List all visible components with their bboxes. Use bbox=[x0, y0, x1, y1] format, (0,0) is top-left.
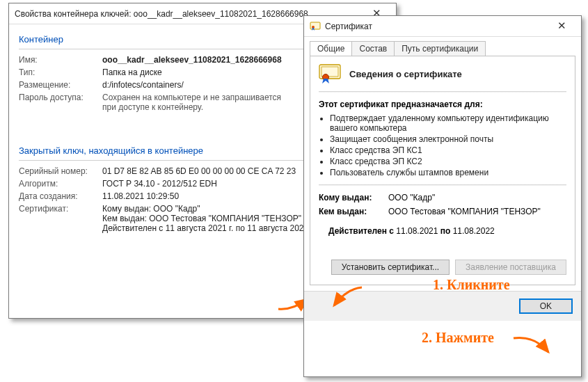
purpose-title: Этот сертификат предназначается для: bbox=[319, 100, 566, 109]
window-title: Сертификат bbox=[325, 22, 548, 31]
issued-by-value: ООО Тестовая "КОМПАНИЯ "ТЕНЗОР" bbox=[388, 207, 566, 216]
dialog-bottom-bar: OK bbox=[304, 291, 581, 321]
type-label: Тип: bbox=[19, 67, 102, 77]
purpose-item: Класс средства ЭП КС1 bbox=[330, 145, 566, 155]
purpose-item: Пользователь службы штампов времени bbox=[330, 168, 566, 177]
purpose-item: Подтверждает удаленному компьютеру идент… bbox=[330, 113, 566, 133]
close-icon[interactable]: ✕ bbox=[548, 17, 575, 36]
cert-header-text: Сведения о сертификате bbox=[349, 69, 462, 79]
tab-details[interactable]: Состав bbox=[351, 41, 395, 56]
location-label: Размещение: bbox=[19, 80, 102, 90]
tab-panel-general: Сведения о сертификате Этот сертификат п… bbox=[310, 56, 575, 285]
titlebar: Сертификат ✕ bbox=[304, 16, 581, 37]
name-label: Имя: bbox=[19, 55, 102, 65]
created-label: Дата создания: bbox=[19, 191, 102, 201]
issued-by-label: Кем выдан: bbox=[319, 207, 388, 216]
tab-path[interactable]: Путь сертификации bbox=[394, 41, 486, 56]
purpose-list: Подтверждает удаленному компьютеру идент… bbox=[330, 113, 566, 177]
vendor-statement-button: Заявление поставщика bbox=[455, 260, 566, 275]
divider bbox=[319, 91, 566, 93]
certificate-icon bbox=[310, 21, 321, 32]
algo-label: Алгоритм: bbox=[19, 179, 102, 189]
cert-header: Сведения о сертификате bbox=[319, 63, 566, 90]
svg-rect-0 bbox=[310, 22, 320, 29]
install-certificate-button[interactable]: Установить сертификат... bbox=[331, 260, 450, 275]
purpose-item: Класс средства ЭП КС2 bbox=[330, 157, 566, 166]
purpose-item: Защищает сообщения электронной почты bbox=[330, 134, 566, 144]
ok-button[interactable]: OK bbox=[519, 299, 573, 314]
divider bbox=[319, 184, 566, 186]
issued-to-label: Кому выдан: bbox=[319, 193, 388, 202]
password-value: Сохранен на компьютере и не запрашиваетс… bbox=[102, 93, 297, 112]
validity-line: Действителен с 11.08.2021 по 11.08.2022 bbox=[328, 226, 566, 236]
tab-general[interactable]: Общие bbox=[310, 41, 352, 56]
serial-label: Серийный номер: bbox=[19, 166, 102, 176]
certificate-large-icon bbox=[319, 63, 342, 84]
issued-to-value: ООО "Кадр" bbox=[388, 193, 566, 202]
certificate-window: Сертификат ✕ Общие Состав Путь сертифика… bbox=[303, 15, 582, 377]
password-label: Пароль доступа: bbox=[19, 93, 102, 102]
cert-label: Сертификат: bbox=[19, 204, 102, 214]
tab-strip: Общие Состав Путь сертификации bbox=[310, 41, 575, 56]
